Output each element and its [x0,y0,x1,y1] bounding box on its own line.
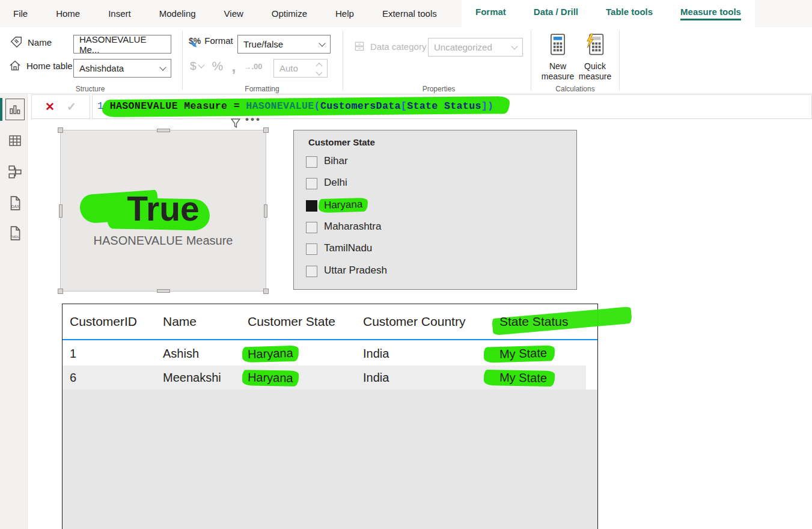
green-highlight-scribble: My State [484,345,555,362]
resize-handle[interactable] [157,129,170,132]
cell-customer-id: 1 [70,347,163,361]
column-header-state-status[interactable]: State Status [499,314,597,329]
checkbox-unchecked[interactable] [306,243,317,255]
column-header[interactable]: Name [163,314,248,329]
currency-icon[interactable]: $ [190,60,204,73]
home-table-select[interactable]: Ashishdata [73,59,171,78]
cell-name: Meenakshi [163,371,248,385]
slicer-item-delhi[interactable]: Delhi [294,175,576,194]
model-view-button[interactable] [5,161,25,183]
green-highlight-scribble: Haryana [242,345,299,362]
cell-state-status: My State [499,347,586,361]
quick-measure-icon [585,33,605,57]
checkbox-unchecked[interactable] [306,266,317,277]
ribbon: Name HASONEVALUE Me... Home table Ashish… [0,27,812,94]
card-visual[interactable]: True HASONEVALUE Measure [60,130,266,292]
checkbox-checked[interactable] [306,200,317,212]
formatting-section-label: Formatting [208,85,316,93]
dax-query-view-button[interactable]: DAX [5,192,25,214]
menu-tabs: File Home Insert Modeling View Optimize … [13,0,437,27]
name-row: Name [10,35,52,49]
slicer-item-maharashtra[interactable]: Maharashtra [294,219,576,237]
tmdl-view-icon: TMDL [7,225,23,241]
tab-optimize[interactable]: Optimize [272,8,307,19]
resize-handle[interactable] [58,127,63,133]
data-category-label: Data category [370,41,426,52]
formula-commit-buttons: ✕ ✓ [31,94,90,119]
header-underline [63,339,597,340]
format-label: Format [204,35,233,46]
table-row[interactable]: 6 Meenakshi Haryana India My State [63,365,586,390]
slicer-visual[interactable]: Customer State Bihar Delhi Haryana Mahar… [293,130,577,290]
tab-insert[interactable]: Insert [108,8,131,19]
properties-section-label: Properties [385,85,493,93]
column-header[interactable]: Customer State [248,314,363,329]
green-highlight-scribble: Haryana [319,198,368,213]
slicer-item-haryana[interactable]: Haryana [294,197,576,216]
tab-modeling[interactable]: Modeling [159,8,196,19]
resize-handle[interactable] [263,289,269,294]
tab-table-tools[interactable]: Table tools [592,0,667,27]
tmdl-view-button[interactable]: TMDL [5,222,25,244]
resize-handle[interactable] [263,127,269,133]
resize-handle[interactable] [59,204,63,218]
decimal-places-icon[interactable]: →.00 [245,62,263,71]
table-view-button[interactable] [5,130,25,151]
powerbi-window: File Home Insert Modeling View Optimize … [0,0,812,529]
filter-funnel-icon[interactable] [230,118,241,129]
green-highlight-scribble: Haryana [242,370,299,387]
slicer-item-tamilnadu[interactable]: TamilNadu [294,240,576,259]
report-view-button[interactable] [5,99,25,120]
ribbon-divider [531,31,531,90]
cell-state-status: My State [499,371,586,385]
chevron-down-icon [511,43,517,49]
tab-help[interactable]: Help [335,8,354,19]
resize-handle[interactable] [157,289,170,293]
resize-handle[interactable] [264,204,267,218]
measure-name-input[interactable]: HASONEVALUE Me... [73,35,171,54]
slicer-title: Customer State [308,137,375,147]
home-table-row: Home table [8,59,73,72]
tab-format[interactable]: Format [462,0,520,27]
ribbon-divider [343,31,343,90]
card-value: True [61,189,266,228]
dax-formula-bar[interactable]: 1 HASONEVALUE Measure = HASONEVALUE(Cust… [92,94,812,119]
more-options-icon[interactable]: ••• [245,114,261,126]
dax-query-view-icon: DAX [7,195,23,211]
tab-measure-tools[interactable]: Measure tools [667,0,755,27]
resize-handle[interactable] [58,289,63,294]
slicer-item-bihar[interactable]: Bihar [294,153,576,172]
column-header[interactable]: Customer Country [363,314,499,329]
ribbon-divider [619,31,620,90]
column-header[interactable]: CustomerID [70,314,163,329]
menu-bar: File Home Insert Modeling View Optimize … [0,0,812,27]
commit-formula-icon[interactable]: ✓ [67,100,76,114]
decimal-auto-spinner: Auto [273,59,328,78]
tab-data-drill[interactable]: Data / Drill [520,0,592,27]
quick-measure-button[interactable]: Quick measure [576,33,614,82]
spinner-arrows [317,63,322,75]
new-measure-icon [548,33,568,57]
checkbox-unchecked[interactable] [306,222,317,233]
slicer-item-uttar-pradesh[interactable]: Uttar Pradesh [294,263,576,281]
tab-home[interactable]: Home [56,8,80,19]
new-measure-button[interactable]: New measure [539,33,577,82]
tab-view[interactable]: View [224,8,243,19]
table-empty-area [63,390,597,529]
checkbox-unchecked[interactable] [306,178,317,189]
tab-external-tools[interactable]: External tools [382,8,437,19]
chevron-down-icon [198,61,204,68]
table-visual[interactable]: CustomerID Name Customer State Customer … [62,304,598,529]
data-category-row: Data category [353,40,426,52]
tab-file[interactable]: File [13,8,28,19]
cancel-formula-icon[interactable]: ✕ [45,100,55,114]
table-row[interactable]: 1 Ashish Haryana India My State [63,341,586,365]
cell-customer-country: India [363,371,499,385]
checkbox-unchecked[interactable] [306,156,317,168]
comma-icon[interactable]: , [231,63,236,69]
tag-icon [10,35,23,49]
percent-icon[interactable]: % [212,59,224,73]
format-select[interactable]: True/false [237,35,331,54]
chevron-down-icon [319,40,325,46]
cell-customer-id: 6 [70,371,163,385]
